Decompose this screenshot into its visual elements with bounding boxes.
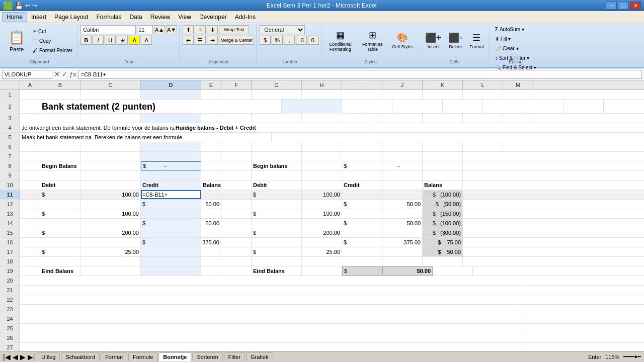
undo-icon[interactable]: ↩ [25, 2, 30, 9]
row-num-17[interactable]: 17 [0, 247, 20, 256]
cell-j19[interactable]: 50.00 [382, 266, 433, 276]
menu-page-layout[interactable]: Page Layout [50, 13, 92, 22]
row-num-10[interactable]: 10 [0, 180, 20, 190]
cell-g11[interactable]: $ [252, 190, 302, 199]
cell-b1[interactable] [40, 90, 80, 99]
cell-i10[interactable]: Credit [342, 180, 382, 190]
cell-i6[interactable] [342, 142, 382, 151]
cell-h14[interactable] [302, 219, 342, 228]
format-as-table-button[interactable]: ⊞ Format as Table [357, 25, 388, 56]
cell-l1[interactable] [463, 90, 503, 99]
cell-d7[interactable] [141, 152, 201, 161]
cell-h10[interactable] [302, 180, 342, 190]
cell-a3[interactable] [20, 114, 40, 123]
cell-e6[interactable] [201, 142, 221, 151]
sheet-nav-first[interactable]: |◀ [3, 353, 11, 361]
cell-g16[interactable] [252, 238, 302, 247]
bold-button[interactable]: B [80, 36, 92, 45]
cell-i17[interactable] [342, 247, 382, 256]
cell-a15[interactable] [20, 228, 40, 237]
cell-g17[interactable]: $ [252, 247, 302, 256]
cell-e11[interactable] [201, 190, 221, 199]
cell-h7[interactable] [302, 152, 342, 161]
cell-d6[interactable] [141, 142, 201, 151]
cell-a19[interactable] [20, 266, 40, 276]
row-num-26[interactable]: 26 [0, 333, 20, 342]
row-num-12[interactable]: 12 [0, 200, 20, 209]
cell-j18[interactable] [382, 257, 423, 266]
align-bottom-button[interactable]: ⬇ [207, 25, 218, 34]
cell-a2[interactable] [20, 100, 40, 114]
cell-k17[interactable]: $ 50.00 [423, 247, 463, 256]
cell-b11[interactable]: $ [40, 190, 80, 199]
sheet-tab-bonnetje[interactable]: Bonnetje [158, 352, 191, 361]
col-header-l[interactable]: L [463, 80, 503, 89]
cell-f10[interactable] [221, 180, 252, 190]
menu-review[interactable]: Review [146, 13, 174, 22]
cell-g2[interactable] [392, 100, 443, 114]
align-top-button[interactable]: ⬆ [183, 25, 194, 34]
row-num-15[interactable]: 15 [0, 228, 20, 237]
cell-e13[interactable] [201, 209, 221, 218]
redo-icon[interactable]: ↪ [32, 2, 37, 9]
cell-g15[interactable]: $ [252, 228, 302, 237]
find-select-button[interactable]: 🔍 Find & Select ▾ [493, 63, 539, 72]
cell-a10[interactable] [20, 180, 40, 190]
fill-color-button[interactable]: A [129, 36, 140, 45]
row-num-22[interactable]: 22 [0, 295, 20, 304]
cell-d12[interactable]: $ [141, 200, 201, 209]
cell-h1[interactable] [302, 90, 342, 99]
cell-i11[interactable] [342, 190, 382, 199]
cell-f12[interactable] [221, 200, 252, 209]
cell-23[interactable] [20, 305, 523, 314]
cell-c18[interactable] [80, 257, 141, 266]
cell-i3[interactable] [342, 114, 382, 123]
cell-c11[interactable]: 100.00 [80, 190, 141, 199]
format-button[interactable]: ☰ Format [466, 25, 487, 56]
save-icon[interactable]: 💾 [15, 2, 23, 10]
cell-a12[interactable] [20, 200, 40, 209]
cell-j6[interactable] [382, 142, 423, 151]
cell-d3[interactable] [141, 114, 201, 123]
cell-a11[interactable] [20, 190, 40, 199]
cell-j3[interactable] [382, 114, 423, 123]
format-painter-button[interactable]: 🖌 Format Painter [30, 46, 75, 55]
cell-22[interactable] [20, 295, 523, 304]
sheet-nav-prev[interactable]: ◀ [13, 353, 18, 361]
menu-addins[interactable]: Add-Ins [231, 13, 260, 22]
cell-e9[interactable] [201, 171, 221, 180]
increase-decimal-button[interactable]: .0 [296, 36, 307, 45]
cell-g8[interactable]: Begin balans [252, 161, 302, 170]
cell-i1[interactable] [342, 90, 382, 99]
cell-b19[interactable]: Eind Balans [40, 266, 80, 276]
cell-k19[interactable] [433, 266, 473, 276]
row-num-21[interactable]: 21 [0, 286, 20, 295]
cell-d11[interactable]: =C8-B11+ [141, 190, 201, 199]
cell-b13[interactable]: $ [40, 209, 80, 218]
cell-b2[interactable]: Bank statement (2 punten) [40, 100, 282, 114]
col-header-k[interactable]: K [423, 80, 463, 89]
name-box[interactable] [2, 70, 52, 79]
cell-g1[interactable] [252, 90, 302, 99]
cell-e15[interactable] [201, 228, 221, 237]
cell-c8[interactable] [80, 161, 141, 170]
paste-button[interactable]: 📋 Paste [4, 25, 29, 56]
merge-center-button[interactable]: Merge & Center [219, 36, 254, 45]
cell-k3[interactable] [423, 114, 463, 123]
cancel-formula-icon[interactable]: ✕ [54, 70, 60, 78]
cell-f17[interactable] [221, 247, 252, 256]
cell-h16[interactable] [302, 238, 342, 247]
cell-h13[interactable]: 100.00 [302, 209, 342, 218]
col-header-h[interactable]: H [302, 80, 342, 89]
cell-j15[interactable] [382, 228, 423, 237]
menu-insert[interactable]: Insert [27, 13, 50, 22]
delete-button[interactable]: ⬛- Delete [445, 25, 465, 56]
cell-i15[interactable] [342, 228, 382, 237]
cell-26[interactable] [20, 333, 523, 342]
cell-f7[interactable] [221, 152, 252, 161]
align-left-button[interactable]: ⬅ [183, 36, 194, 45]
cell-k9[interactable] [423, 171, 463, 180]
cell-h2[interactable] [443, 100, 483, 114]
cell-d2[interactable] [282, 100, 342, 114]
number-format-select[interactable]: General Number Currency [260, 25, 305, 34]
